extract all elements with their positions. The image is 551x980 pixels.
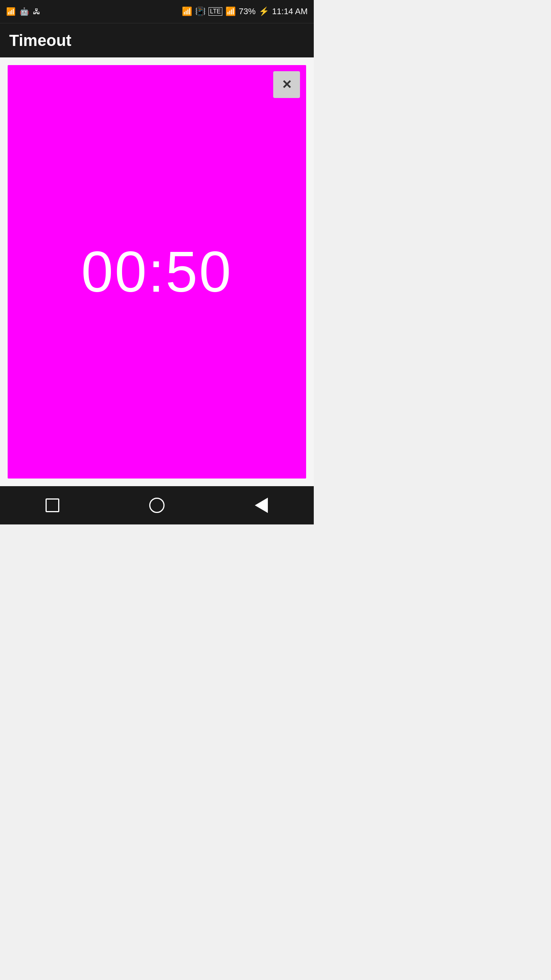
recent-apps-button[interactable]	[42, 495, 63, 516]
usb-icon: 🖧	[33, 7, 41, 16]
charging-icon: ⚡	[259, 7, 269, 16]
signal-icon: 📶	[225, 7, 236, 16]
status-time: 11:14 AM	[272, 7, 308, 16]
android-icon: 🤖	[20, 7, 29, 16]
nav-bar	[0, 486, 314, 524]
close-button[interactable]: ✕	[273, 71, 300, 98]
home-button[interactable]	[146, 495, 167, 516]
recent-apps-icon	[46, 498, 59, 512]
app-bar: Timeout	[0, 23, 314, 57]
back-icon	[255, 498, 268, 513]
status-bar: 📶 🤖 🖧 📶 📳 LTE 📶 73% ⚡ 11:14 AM	[0, 0, 314, 23]
bluetooth-icon: 📶	[182, 7, 192, 16]
status-right-info: 📶 📳 LTE 📶 73% ⚡ 11:14 AM	[182, 7, 308, 16]
lte-icon: LTE	[209, 7, 222, 16]
back-button[interactable]	[251, 495, 272, 516]
vibrate-icon: 📳	[195, 7, 205, 16]
home-icon	[149, 498, 165, 513]
app-title: Timeout	[9, 31, 72, 50]
timer-card: ✕ 00:50	[8, 65, 306, 479]
wifi-icon: 📶	[6, 7, 16, 16]
main-content: ✕ 00:50	[0, 57, 314, 486]
battery-text: 73%	[239, 7, 256, 16]
timer-display: 00:50	[81, 239, 232, 305]
status-left-icons: 📶 🤖 🖧	[6, 7, 41, 16]
